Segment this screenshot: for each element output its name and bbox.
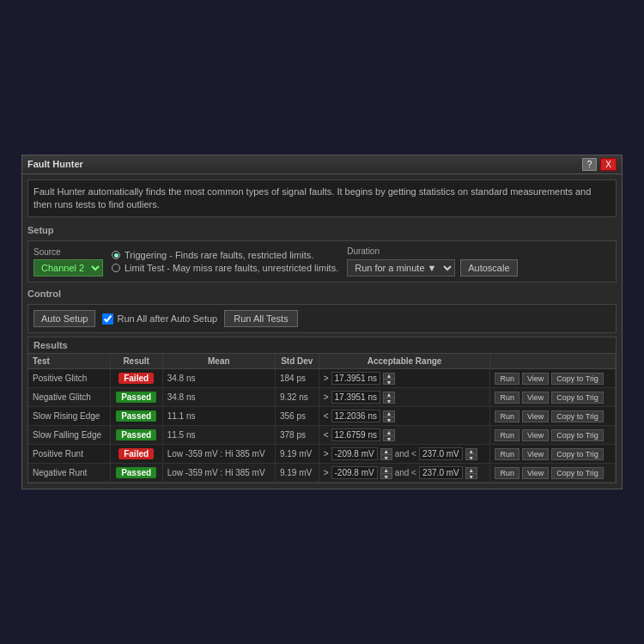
spinner-up[interactable]: ▲ xyxy=(384,374,394,380)
cell-range: <12.6759 ns▲▼ xyxy=(319,426,490,445)
run-button[interactable]: Run xyxy=(495,429,519,441)
duration-section: Duration Run for a minute ▼ Autoscale xyxy=(347,246,517,276)
help-button[interactable]: ? xyxy=(582,158,598,171)
run-all-tests-button[interactable]: Run All Tests xyxy=(224,310,297,327)
run-button[interactable]: Run xyxy=(495,373,519,385)
cell-stddev: 378 ps xyxy=(275,426,319,445)
cell-actions: RunViewCopy to Trig xyxy=(490,464,616,483)
autoscale-button[interactable]: Autoscale xyxy=(460,259,517,276)
cell-result: Failed xyxy=(110,445,162,464)
spinner2-down[interactable]: ▼ xyxy=(466,474,477,479)
range-spinner-2[interactable]: ▲▼ xyxy=(465,467,477,479)
table-row: Positive GlitchFailed34.8 ns184 ps>17.39… xyxy=(28,369,616,388)
run-all-checkbox-row[interactable]: Run All after Auto Setup xyxy=(102,313,217,325)
radio-group: Triggering - Finds rare faults, restrict… xyxy=(112,250,338,273)
view-button[interactable]: View xyxy=(522,392,549,404)
cell-mean: Low -359 mV : Hi 385 mV xyxy=(162,464,275,483)
range-pre-symbol: > xyxy=(324,392,329,402)
cell-result: Passed xyxy=(110,407,162,426)
spinner-up[interactable]: ▲ xyxy=(384,411,394,417)
run-all-checkbox[interactable] xyxy=(102,313,113,325)
col-result: Result xyxy=(110,354,162,369)
view-button[interactable]: View xyxy=(522,429,549,441)
close-button[interactable]: X xyxy=(600,158,617,171)
copy-to-trig-button[interactable]: Copy to Trig xyxy=(551,410,604,422)
spinner-down[interactable]: ▼ xyxy=(384,380,394,385)
spinner-up[interactable]: ▲ xyxy=(384,392,394,398)
duration-row: Run for a minute ▼ Autoscale xyxy=(347,259,517,276)
col-test: Test xyxy=(28,354,110,369)
cell-stddev: 9.19 mV xyxy=(275,445,319,464)
run-button[interactable]: Run xyxy=(495,392,519,404)
cell-range: <12.2036 ns▲▼ xyxy=(319,407,490,426)
spinner-down[interactable]: ▼ xyxy=(381,455,392,460)
view-button[interactable]: View xyxy=(522,448,549,460)
cell-mean: Low -359 mV : Hi 385 mV xyxy=(162,445,275,464)
range-value-display: -209.8 mV xyxy=(331,447,378,460)
spinner2-down[interactable]: ▼ xyxy=(466,455,477,460)
view-button[interactable]: View xyxy=(522,467,549,479)
range-spinner[interactable]: ▲▼ xyxy=(383,410,395,422)
setup-section: Source Channel 2 Triggering - Finds rare… xyxy=(27,240,617,283)
spinner-down[interactable]: ▼ xyxy=(384,417,394,422)
cell-test-name: Slow Rising Edge xyxy=(28,407,110,426)
view-button[interactable]: View xyxy=(522,410,549,422)
range-spinner[interactable]: ▲▼ xyxy=(383,392,395,404)
copy-to-trig-button[interactable]: Copy to Trig xyxy=(551,429,604,441)
copy-to-trig-button[interactable]: Copy to Trig xyxy=(551,392,604,404)
range-spinner[interactable]: ▲▼ xyxy=(383,373,395,385)
spinner-down[interactable]: ▼ xyxy=(384,398,394,404)
table-header-row: Test Result Mean Std Dev Acceptable Rang… xyxy=(28,354,616,369)
cell-result: Failed xyxy=(110,369,162,388)
range-spinner[interactable]: ▲▼ xyxy=(383,429,395,441)
range-pre-symbol: < xyxy=(324,430,329,440)
auto-setup-button[interactable]: Auto Setup xyxy=(33,310,95,327)
cell-mean: 11.5 ns xyxy=(162,426,275,445)
results-header: Results xyxy=(28,337,616,354)
radio-limit-row[interactable]: Limit Test - May miss rare faults, unres… xyxy=(112,263,338,273)
table-row: Positive RuntFailedLow -359 mV : Hi 385 … xyxy=(28,445,616,464)
range-and-value: 237.0 mV xyxy=(419,447,463,460)
spinner2-up[interactable]: ▲ xyxy=(466,449,477,455)
description-box: Fault Hunter automatically finds the mos… xyxy=(27,179,617,218)
radio-triggering-dot[interactable] xyxy=(112,251,120,259)
range-value-display: 12.2036 ns xyxy=(331,410,381,422)
col-actions xyxy=(490,354,616,369)
spinner-down[interactable]: ▼ xyxy=(381,474,392,479)
range-and-text: and < xyxy=(395,449,416,459)
cell-stddev: 9.32 ns xyxy=(275,388,319,407)
spinner-up[interactable]: ▲ xyxy=(381,449,392,455)
cell-mean: 11.1 ns xyxy=(162,407,275,426)
description-text: Fault Hunter automatically finds the mos… xyxy=(33,186,591,210)
cell-test-name: Negative Runt xyxy=(28,464,110,483)
range-pre-symbol: > xyxy=(324,468,329,477)
spinner-up[interactable]: ▲ xyxy=(381,468,392,474)
run-button[interactable]: Run xyxy=(495,467,519,479)
copy-to-trig-button[interactable]: Copy to Trig xyxy=(551,467,604,479)
run-button[interactable]: Run xyxy=(495,410,519,422)
duration-select[interactable]: Run for a minute ▼ xyxy=(347,259,455,276)
spinner-down[interactable]: ▼ xyxy=(384,436,394,441)
copy-to-trig-button[interactable]: Copy to Trig xyxy=(551,448,604,460)
run-all-checkbox-label: Run All after Auto Setup xyxy=(117,313,217,324)
spinner-up[interactable]: ▲ xyxy=(384,430,394,436)
col-mean: Mean xyxy=(162,354,275,369)
range-spinner-2[interactable]: ▲▼ xyxy=(465,448,477,460)
result-badge: Passed xyxy=(116,392,156,403)
view-button[interactable]: View xyxy=(522,373,549,385)
range-spinner[interactable]: ▲▼ xyxy=(380,448,392,460)
range-and-value: 237.0 mV xyxy=(419,466,463,479)
spinner2-up[interactable]: ▲ xyxy=(466,468,477,474)
copy-to-trig-button[interactable]: Copy to Trig xyxy=(551,373,604,385)
channel-select[interactable]: Channel 2 xyxy=(33,259,103,276)
cell-stddev: 184 ps xyxy=(275,369,319,388)
results-table: Test Result Mean Std Dev Acceptable Rang… xyxy=(28,354,616,483)
range-pre-symbol: > xyxy=(324,374,329,383)
table-row: Slow Rising EdgePassed11.1 ns356 ps<12.2… xyxy=(28,407,616,426)
result-badge: Passed xyxy=(116,429,156,440)
run-button[interactable]: Run xyxy=(495,448,519,460)
radio-limit-dot[interactable] xyxy=(112,264,120,272)
radio-triggering-row[interactable]: Triggering - Finds rare faults, restrict… xyxy=(112,250,338,260)
result-badge: Passed xyxy=(116,467,156,478)
range-spinner[interactable]: ▲▼ xyxy=(380,467,392,479)
